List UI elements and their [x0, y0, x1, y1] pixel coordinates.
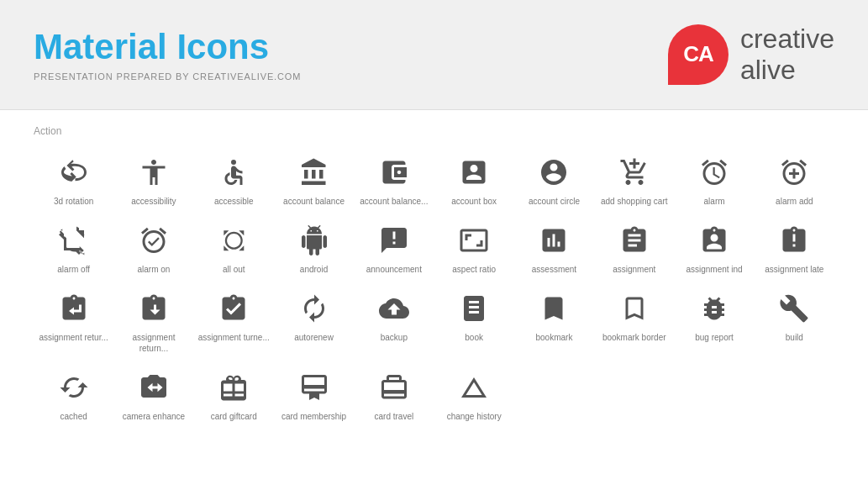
- 3d-rotation-label: 3d rotation: [54, 196, 93, 207]
- autorenew-label: autorenew: [294, 332, 334, 343]
- assignment-late-icon: [776, 222, 813, 259]
- bookmark-border-label: bookmark border: [602, 332, 666, 343]
- assignment-turned-in-label: assignment turne...: [198, 332, 270, 343]
- icon-item-card-giftcard: card giftcard: [194, 361, 274, 429]
- icon-item-bug-report: bug report: [674, 282, 754, 361]
- aspect-ratio-icon: [455, 222, 492, 259]
- book-label: book: [465, 332, 483, 343]
- alarm-on-label: alarm on: [137, 264, 170, 275]
- icon-item-bookmark: bookmark: [514, 282, 594, 361]
- announcement-label: announcement: [366, 264, 422, 275]
- assignment-returned-label: assignment return...: [117, 332, 190, 354]
- account-balance-icon: [296, 154, 333, 191]
- icon-item-account-balance: account balance: [274, 145, 354, 213]
- bug-report-label: bug report: [695, 332, 734, 343]
- icon-item-card-travel: card travel: [354, 361, 434, 429]
- assignment-returned-icon: [135, 290, 172, 327]
- icons-grid: 3d rotation accessibility accessible acc…: [34, 145, 834, 429]
- icon-item-build: build: [755, 282, 834, 361]
- bug-report-icon: [696, 290, 733, 327]
- account-circle-label: account circle: [529, 196, 580, 207]
- alarm-off-label: alarm off: [57, 264, 90, 275]
- assessment-label: assessment: [532, 264, 576, 275]
- icon-item-assignment: assignment: [594, 213, 674, 282]
- icon-item-accessibility: accessibility: [113, 145, 193, 213]
- add-shopping-cart-label: add shopping cart: [601, 196, 668, 207]
- icon-item-account-circle: account circle: [514, 145, 594, 213]
- icon-item-assignment-turned-in: assignment turne...: [194, 282, 274, 361]
- all-out-icon: [215, 222, 252, 259]
- change-history-label: change history: [447, 411, 502, 422]
- icon-item-alarm-off: alarm off: [34, 213, 113, 282]
- alarm-label: alarm: [704, 196, 725, 207]
- alarm-on-icon: [135, 222, 172, 259]
- icon-item-assignment-ind: assignment ind: [674, 213, 754, 282]
- build-label: build: [786, 332, 803, 343]
- bookmark-border-icon: [616, 290, 653, 327]
- aspect-ratio-label: aspect ratio: [452, 264, 496, 275]
- camera-enhance-icon: [135, 369, 172, 406]
- icon-item-alarm-on: alarm on: [113, 213, 193, 282]
- card-giftcard-icon: [215, 369, 252, 406]
- icon-item-assignment-late: assignment late: [755, 213, 834, 282]
- build-icon: [776, 290, 813, 327]
- accessibility-label: accessibility: [131, 196, 176, 207]
- header: Material Icons PRESENTATION PREPARED BY …: [0, 0, 868, 110]
- account-balance-wallet-label: account balance...: [360, 196, 428, 207]
- icon-item-aspect-ratio: aspect ratio: [434, 213, 514, 282]
- content-area: Action 3d rotation accessibility accessi…: [0, 110, 868, 437]
- icon-item-change-history: change history: [434, 361, 514, 429]
- icon-item-account-box: account box: [434, 145, 514, 213]
- alarm-add-icon: [776, 154, 813, 191]
- assignment-turned-in-icon: [215, 290, 252, 327]
- change-history-icon: [455, 369, 492, 406]
- cached-label: cached: [60, 411, 87, 422]
- icon-item-book: book: [434, 282, 514, 361]
- assignment-icon: [616, 222, 653, 259]
- icon-item-assignment-returned: assignment return...: [113, 282, 193, 361]
- backup-icon: [376, 290, 413, 327]
- card-travel-label: card travel: [375, 411, 414, 422]
- icon-item-cached: cached: [34, 361, 113, 429]
- assessment-icon: [535, 222, 572, 259]
- icon-item-camera-enhance: camera enhance: [113, 361, 193, 429]
- camera-enhance-label: camera enhance: [123, 411, 186, 422]
- page-title: Material Icons: [34, 28, 301, 66]
- icon-item-autorenew: autorenew: [274, 282, 354, 361]
- icon-item-android: android: [274, 213, 354, 282]
- assignment-ind-icon: [696, 222, 733, 259]
- icon-item-announcement: announcement: [354, 213, 434, 282]
- icon-item-assessment: assessment: [514, 213, 594, 282]
- account-balance-label: account balance: [283, 196, 345, 207]
- account-circle-icon: [535, 154, 572, 191]
- cached-icon: [55, 369, 92, 406]
- icon-item-bookmark-border: bookmark border: [594, 282, 674, 361]
- icon-item-alarm-add: alarm add: [755, 145, 834, 213]
- accessibility-icon: [135, 154, 172, 191]
- card-membership-icon: [296, 369, 333, 406]
- add-shopping-cart-icon: [616, 154, 653, 191]
- android-label: android: [300, 264, 328, 275]
- icon-item-all-out: all out: [194, 213, 274, 282]
- card-giftcard-label: card giftcard: [211, 411, 257, 422]
- 3d-rotation-icon: [55, 154, 92, 191]
- assignment-late-label: assignment late: [765, 264, 823, 275]
- announcement-icon: [376, 222, 413, 259]
- icon-item-alarm: alarm: [674, 145, 754, 213]
- icon-item-account-balance-wallet: account balance...: [354, 145, 434, 213]
- section-label: Action: [34, 125, 834, 137]
- icon-item-accessible: accessible: [194, 145, 274, 213]
- card-membership-label: card membership: [281, 411, 346, 422]
- icon-item-card-membership: card membership: [274, 361, 354, 429]
- logo-text: creative alive: [740, 24, 834, 86]
- bookmark-label: bookmark: [535, 332, 572, 343]
- account-box-label: account box: [451, 196, 497, 207]
- svg-point-0: [231, 160, 236, 165]
- accessible-label: accessible: [214, 196, 254, 207]
- android-icon: [296, 222, 333, 259]
- assignment-label: assignment: [613, 264, 655, 275]
- alarm-off-icon: [55, 222, 92, 259]
- assignment-ind-label: assignment ind: [686, 264, 742, 275]
- alarm-icon: [696, 154, 733, 191]
- assignment-return-label: assignment retur...: [39, 332, 108, 343]
